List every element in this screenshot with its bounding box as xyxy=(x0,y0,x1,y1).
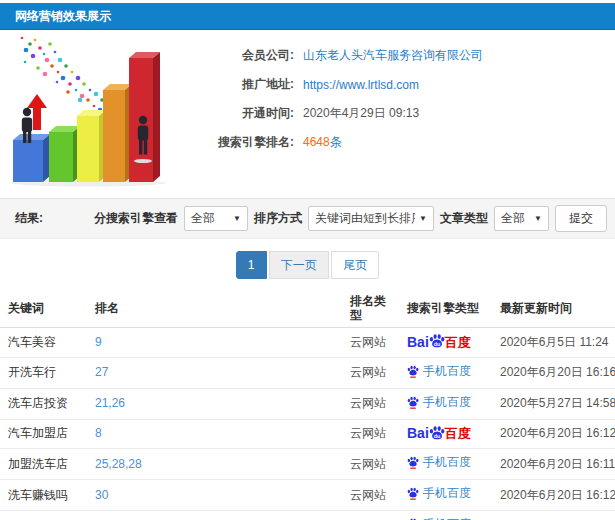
info-field-row: 推广地址:https://www.lrtlsd.com xyxy=(182,70,615,99)
table-row: 开洗车行27云网站手机百度2020年6月20日 16:16 xyxy=(0,357,615,388)
info-field-label: 搜索引擎排名: xyxy=(182,134,294,151)
rank-type-cell: 云网站 xyxy=(342,480,399,511)
rank-type-cell: 云网站 xyxy=(342,511,399,520)
baidu-logo-chinese: 百度 xyxy=(445,334,471,351)
member-info-section: 会员公司:山东老人头汽车服务咨询有限公司推广地址:https://www.lrt… xyxy=(0,30,615,193)
engine-cell: 手机百度 xyxy=(399,480,492,511)
rank-cell[interactable]: 21,26 xyxy=(87,388,342,419)
rank-cell[interactable]: 25,28,28 xyxy=(87,449,342,480)
ranking-count-unit: 条 xyxy=(330,135,342,149)
info-field-value[interactable]: 山东老人头汽车服务咨询有限公司 xyxy=(303,47,483,64)
table-row: 洗车赚钱吗30云网站手机百度2020年6月20日 16:12 xyxy=(0,480,615,511)
update-time-cell: 2020年6月20日 16:11 xyxy=(492,449,615,480)
ranking-count: 4648 xyxy=(303,135,330,149)
titlebar: 网络营销效果展示 xyxy=(0,3,615,30)
column-header: 关键词 xyxy=(0,288,87,328)
member-info-fields: 会员公司:山东老人头汽车服务咨询有限公司推广地址:https://www.lrt… xyxy=(182,30,615,193)
sort-filter-label: 排序方式 xyxy=(254,210,302,227)
info-field-row: 开通时间:2020年4月29日 09:13 xyxy=(182,99,615,128)
update-time-cell: 2020年6月20日 16:12 xyxy=(492,419,615,449)
mobile-baidu-logo: 手机百度 xyxy=(407,454,471,471)
baidu-paw-icon: du xyxy=(429,333,445,351)
info-field-label: 推广地址: xyxy=(182,76,294,93)
engine-filter-label: 分搜索引擎查看 xyxy=(94,210,178,227)
table-row: 汽车美容9云网站Baidu百度2020年6月5日 11:24 xyxy=(0,328,615,358)
info-field-value[interactable]: https://www.lrtlsd.com xyxy=(303,78,419,92)
update-time-cell: 2020年6月18日 14:27 xyxy=(492,511,615,520)
ranking-table: 关键词排名排名类型搜索引擎类型最新更新时间 汽车美容9云网站Baidu百度202… xyxy=(0,288,615,520)
keyword-cell: 洗车赚钱吗 xyxy=(0,480,87,511)
page-title: 网络营销效果展示 xyxy=(15,9,111,23)
rank-cell[interactable]: 30 xyxy=(87,511,342,520)
table-row: 洗车店投资21,26云网站手机百度2020年5月27日 14:58 xyxy=(0,388,615,419)
baidu-logo: Baidu百度 xyxy=(407,425,471,443)
svg-text:du: du xyxy=(434,432,441,438)
submit-button[interactable]: 提交 xyxy=(555,205,607,232)
info-field-label: 开通时间: xyxy=(182,105,294,122)
rank-cell[interactable]: 30 xyxy=(87,480,342,511)
baidu-paw-icon xyxy=(407,396,419,409)
mobile-baidu-logo: 手机百度 xyxy=(407,394,471,411)
update-time-cell: 2020年6月5日 11:24 xyxy=(492,328,615,358)
baidu-logo-chinese: 百度 xyxy=(445,425,471,442)
page-1-button[interactable]: 1 xyxy=(236,251,267,279)
engine-cell: 手机百度 xyxy=(399,388,492,419)
rank-type-cell: 云网站 xyxy=(342,419,399,449)
baidu-logo-latin: Bai xyxy=(407,425,429,442)
engine-cell: Baidu百度 xyxy=(399,419,492,449)
bar-chart-illustration xyxy=(0,30,182,190)
engine-cell: 手机百度 xyxy=(399,511,492,520)
filter-controls: 分搜索引擎查看 全部 ▼ 排序方式 关键词由短到长排序 ▼ 文章类型 全部 ▼ … xyxy=(94,205,615,232)
article-type-select[interactable]: 全部 ▼ xyxy=(494,206,549,231)
rank-cell[interactable]: 8 xyxy=(87,419,342,449)
baidu-paw-icon xyxy=(407,365,419,378)
baidu-paw-icon xyxy=(407,487,419,500)
engine-select[interactable]: 全部 ▼ xyxy=(184,206,248,231)
mobile-baidu-logo: 手机百度 xyxy=(407,485,471,502)
next-page-button[interactable]: 下一页 xyxy=(269,251,329,279)
engine-cell: 手机百度 xyxy=(399,357,492,388)
update-time-cell: 2020年6月20日 16:16 xyxy=(492,357,615,388)
table-row: 汽车加盟店8云网站Baidu百度2020年6月20日 16:12 xyxy=(0,419,615,449)
keyword-cell: 洗车店利润 xyxy=(0,511,87,520)
mobile-baidu-label: 手机百度 xyxy=(423,454,471,471)
mobile-baidu-label: 手机百度 xyxy=(423,485,471,502)
rank-type-cell: 云网站 xyxy=(342,328,399,358)
mobile-baidu-logo: 手机百度 xyxy=(407,363,471,380)
last-page-button[interactable]: 尾页 xyxy=(331,251,379,279)
engine-cell: 手机百度 xyxy=(399,449,492,480)
caret-down-icon: ▼ xyxy=(534,214,542,223)
table-header-row: 关键词排名排名类型搜索引擎类型最新更新时间 xyxy=(0,288,615,328)
update-time-cell: 2020年6月20日 16:12 xyxy=(492,480,615,511)
rank-type-cell: 云网站 xyxy=(342,388,399,419)
mobile-baidu-label: 手机百度 xyxy=(423,363,471,380)
info-field-row: 会员公司:山东老人头汽车服务咨询有限公司 xyxy=(182,41,615,70)
article-type-label: 文章类型 xyxy=(440,210,488,227)
caret-down-icon: ▼ xyxy=(419,214,427,223)
table-row: 加盟洗车店25,28,28云网站手机百度2020年6月20日 16:11 xyxy=(0,449,615,480)
engine-cell: Baidu百度 xyxy=(399,328,492,358)
rank-type-cell: 云网站 xyxy=(342,449,399,480)
info-field-label: 会员公司: xyxy=(182,47,294,64)
keyword-cell: 汽车美容 xyxy=(0,328,87,358)
pagination: 1 下一页 尾页 xyxy=(0,251,615,279)
keyword-cell: 加盟洗车店 xyxy=(0,449,87,480)
update-time-cell: 2020年5月27日 14:58 xyxy=(492,388,615,419)
column-header: 最新更新时间 xyxy=(492,288,615,328)
mobile-baidu-logo: 手机百度 xyxy=(407,516,471,520)
caret-down-icon: ▼ xyxy=(233,214,241,223)
column-header: 排名 xyxy=(87,288,342,328)
baidu-paw-icon xyxy=(407,456,419,469)
bar-chart-image xyxy=(0,30,182,190)
column-header: 搜索引擎类型 xyxy=(399,288,492,328)
mobile-baidu-label: 手机百度 xyxy=(423,394,471,411)
info-field-value: 4648条 xyxy=(303,134,342,151)
baidu-logo-latin: Bai xyxy=(407,334,429,351)
sort-select[interactable]: 关键词由短到长排序 ▼ xyxy=(308,206,434,231)
column-header: 排名类型 xyxy=(342,288,399,328)
rank-type-cell: 云网站 xyxy=(342,357,399,388)
keyword-cell: 洗车店投资 xyxy=(0,388,87,419)
rank-cell[interactable]: 27 xyxy=(87,357,342,388)
keyword-cell: 汽车加盟店 xyxy=(0,419,87,449)
rank-cell[interactable]: 9 xyxy=(87,328,342,358)
